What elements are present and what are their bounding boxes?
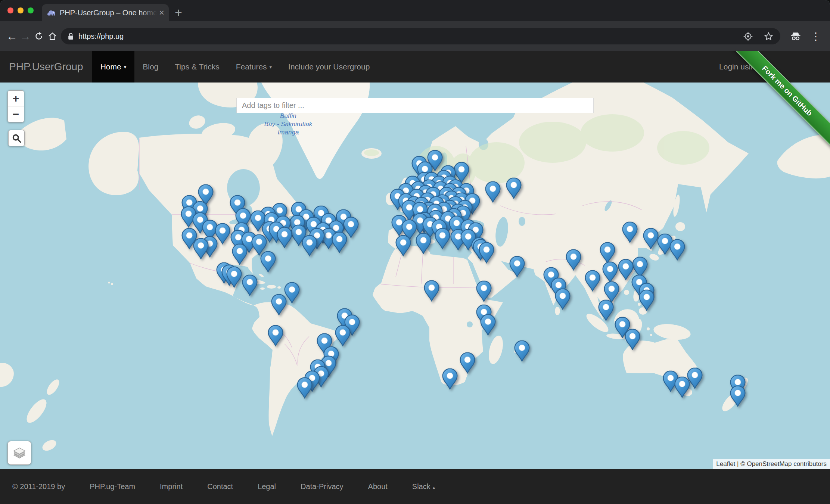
map-marker[interactable] [259,251,277,273]
browser-tab[interactable]: PHP-UserGroup – One home fo × [42,4,169,21]
map-marker[interactable] [674,376,691,398]
footer-link-data-privacy[interactable]: Data-Privacy [301,482,343,491]
zoom-control: + − [7,90,24,122]
map-marker[interactable] [599,242,616,264]
home-icon [47,31,57,41]
map-marker[interactable] [513,340,531,362]
footer-slack-dropup[interactable]: Slack▴ [412,482,435,491]
url-text: https://php.ug [78,32,743,41]
location-target-icon[interactable] [743,31,753,41]
tag-filter-input[interactable] [236,98,594,113]
nav-item-include-usergroup[interactable]: Include your Usergroup [280,51,378,83]
map-marker[interactable] [301,235,318,256]
map-marker[interactable] [270,293,287,315]
map-marker[interactable] [584,270,601,291]
incognito-icon [790,31,802,41]
map-marker[interactable] [505,177,522,199]
nav-item-blog[interactable]: Blog [134,51,167,83]
forward-icon: → [20,30,31,43]
nav-item-features[interactable]: Features ▾ [228,51,280,83]
map-marker[interactable] [638,289,655,311]
site-navbar: PHP.UserGroup Home ▾ Blog Tips & Tricks … [0,51,830,83]
tab-favicon-elephpant-icon [46,8,56,18]
map-marker[interactable] [621,221,638,243]
zoom-window-button[interactable] [28,7,34,13]
site-footer: © 2011-2019 by PHP.ug-Team Imprint Conta… [0,469,830,504]
map-marker[interactable] [434,228,451,249]
kebab-menu-icon: ⋮ [811,30,821,43]
map-marker[interactable] [231,243,248,265]
map-marker[interactable] [276,226,293,248]
footer-link-imprint[interactable]: Imprint [160,482,183,491]
copyright-text: © 2011-2019 by [12,482,65,491]
layers-icon [13,447,26,459]
search-icon [12,133,22,143]
map-marker[interactable] [597,299,615,321]
reload-icon [34,31,44,41]
map-marker[interactable] [441,368,458,389]
markers-layer [0,83,830,469]
map-marker[interactable] [296,377,313,399]
map-marker[interactable] [334,324,351,346]
bookmark-star-icon[interactable] [764,31,774,41]
site-brand[interactable]: PHP.UserGroup [0,51,92,83]
map-marker[interactable] [484,181,501,202]
map-marker[interactable] [478,242,495,264]
browser-menu-button[interactable]: ⋮ [808,21,823,51]
map-marker[interactable] [459,352,476,374]
reload-button[interactable] [31,21,46,51]
minimize-window-button[interactable] [18,7,24,13]
map-marker[interactable] [395,235,412,256]
map-marker[interactable] [729,385,746,407]
layers-control-button[interactable] [7,441,31,465]
window-controls [7,7,34,13]
tab-strip: PHP-UserGroup – One home fo × + [0,0,830,21]
tab-title: PHP-UserGroup – One home fo [60,9,157,17]
footer-link-about[interactable]: About [368,482,388,491]
new-tab-button[interactable]: + [175,4,182,21]
map-search-button[interactable] [8,130,25,146]
map-marker[interactable] [669,239,686,261]
map-marker[interactable] [267,324,284,346]
map-marker[interactable] [415,233,432,254]
back-button[interactable]: ← [4,21,19,51]
browser-window: PHP-UserGroup – One home fo × + ← → http… [0,0,830,504]
map-marker[interactable] [475,280,492,302]
forward-button[interactable]: → [18,21,33,51]
map-marker[interactable] [331,231,348,253]
map-marker[interactable] [423,280,440,301]
chevron-up-icon: ▴ [433,485,435,490]
footer-link-contact[interactable]: Contact [207,482,233,491]
address-bar[interactable]: https://php.ug [61,28,780,44]
map-marker[interactable] [601,261,619,283]
chevron-down-icon: ▾ [270,64,272,70]
map-marker[interactable] [624,329,641,350]
footer-link-team[interactable]: PHP.ug-Team [90,482,135,491]
map-marker[interactable] [192,237,209,259]
chevron-down-icon: ▾ [124,64,127,70]
footer-link-legal[interactable]: Legal [258,482,276,491]
map[interactable]: Baffin Bay - Saknirutiak Imanga + − Leaf… [0,83,830,469]
map-marker[interactable] [241,274,258,296]
map-marker[interactable] [479,314,497,335]
map-marker[interactable] [509,256,526,277]
zoom-out-button[interactable]: − [8,106,24,122]
tab-close-icon[interactable]: × [159,8,164,17]
close-window-button[interactable] [7,7,13,13]
map-marker[interactable] [226,266,243,288]
tag-filter [236,98,594,113]
back-icon: ← [6,30,18,43]
map-attribution[interactable]: Leaflet | © OpenStreetMap contributors [713,459,830,469]
zoom-in-button[interactable]: + [8,91,24,106]
nav-item-home[interactable]: Home ▾ [92,51,135,83]
map-marker[interactable] [565,249,582,270]
incognito-button[interactable] [787,21,804,51]
browser-toolbar: ← → https://php.ug ⋮ [0,21,830,51]
map-marker[interactable] [554,288,571,310]
lock-icon [68,32,74,40]
home-button[interactable] [45,21,60,51]
nav-item-tips-tricks[interactable]: Tips & Tricks [167,51,227,83]
